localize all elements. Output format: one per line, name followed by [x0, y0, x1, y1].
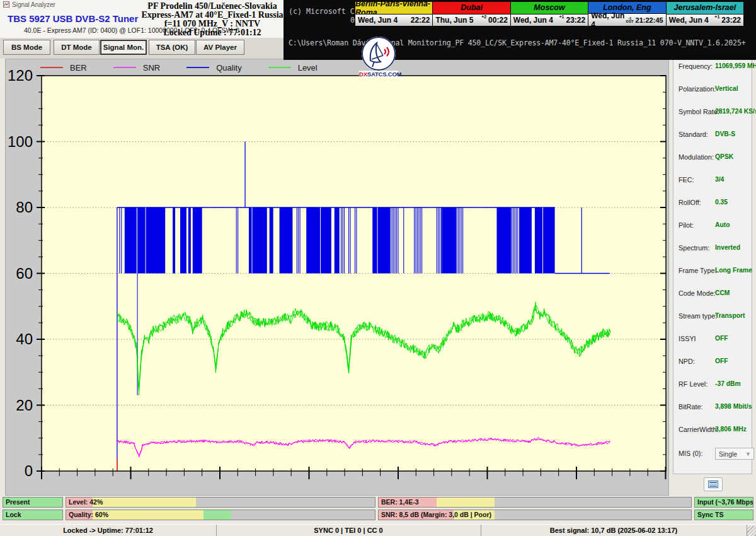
tab-signal-mon-[interactable]: Signal Mon.	[100, 40, 147, 55]
param-row: Spectrum:Inverted	[679, 244, 752, 254]
param-row: RollOff:0.35	[679, 199, 752, 209]
console-prompt-line: C:\Users\Roman Dávid>Signal Monitoring_P…	[289, 38, 745, 47]
bar-segment	[93, 498, 196, 507]
clock-berlin-paris-vienna-roma: Berlin-Paris-Vienna-RomaWed, Jun 422:22	[355, 2, 433, 26]
svg-text:80: 80	[16, 199, 33, 216]
app-icon	[3, 1, 9, 8]
param-row: RF Level:-37 dBm	[679, 380, 752, 390]
param-label: Stream type:	[679, 312, 717, 320]
clock-offset: +2	[481, 15, 486, 19]
param-row: Pilot:Auto	[679, 221, 752, 231]
bar-segment	[495, 498, 691, 507]
param-row: Frame Type:Long Frame	[679, 267, 752, 277]
param-value: Auto	[715, 221, 730, 228]
svg-text:100: 100	[8, 133, 33, 150]
clock-date: Thu, Jun 5	[435, 16, 481, 25]
param-value: 11069,959 MHz	[715, 62, 756, 69]
param-value: Vertical	[715, 85, 738, 92]
clock-london-eng: London, EngWed, Jun 4-1DST21:22:45	[588, 2, 666, 26]
dxsatcs-logo: DXSATCS.COM	[359, 37, 398, 78]
signal-chart: 020406080100120	[6, 59, 668, 495]
bar-label: Level: 42%	[69, 498, 103, 506]
chevron-down-icon: ▼	[745, 451, 751, 457]
bar-segment	[495, 510, 691, 520]
param-row: Standard:DVB-S	[679, 131, 752, 141]
mis-value: Single	[719, 450, 737, 458]
param-value: CCM	[715, 289, 730, 296]
param-row: Polarization:Vertical	[679, 85, 752, 95]
param-value: 2819,724 KS/s	[715, 108, 756, 115]
clock-time-row: Wed, Jun 422:22	[355, 15, 432, 26]
annotation-line: f=11 070 MHz_V : NNTV	[140, 20, 285, 28]
clock-time: 23:22	[566, 16, 586, 25]
legend-label-quality: Quality	[216, 63, 241, 73]
param-row: ISSYIOFF	[679, 335, 752, 345]
list-icon	[708, 481, 718, 488]
clock-date: Wed, Jun 4	[513, 16, 559, 25]
param-value: DVB-S	[715, 131, 735, 137]
tab-dt-mode[interactable]: DT Mode	[54, 40, 100, 55]
annotation-overlay: PF Prodelin 450/Lučenec-Slovakia Express…	[140, 2, 285, 37]
param-label: MIS (0):	[679, 450, 702, 457]
resize-grip[interactable]	[747, 526, 756, 536]
param-value: Long Frame	[715, 267, 752, 274]
param-label: RF Level:	[679, 380, 707, 388]
bar-label: Lock	[6, 511, 21, 518]
parameters-sidebar: Frequency:11069,959 MHzPolarization:Vert…	[673, 57, 752, 474]
legend-swatch-ber	[40, 67, 63, 68]
bar-sync-ts: Sync TS	[694, 510, 753, 520]
param-label: Polarization:	[679, 85, 716, 93]
param-value: 3,898 Mbit/s	[715, 403, 752, 410]
bar-present: Present	[3, 497, 63, 508]
clock-offset: +1	[559, 15, 564, 19]
param-row: Modulation:QPSK	[679, 153, 752, 163]
param-value: 3,806 MHz	[715, 426, 747, 433]
status-cell: Locked -> Uptime: 77:01:12	[0, 525, 217, 536]
window-title: Signal Analyzer	[12, 1, 55, 8]
param-row-mis: MIS (0):Single▼	[679, 450, 752, 460]
chart-legend: BERSNRQualityLevel	[40, 61, 344, 74]
tab-av-player[interactable]: AV Player	[196, 40, 244, 55]
param-row: CarrierWidth:3,806 MHz	[679, 426, 752, 436]
chart-panel: 020406080100120 BERSNRQualityLevel	[5, 59, 669, 496]
clock-moscow: MoscowWed, Jun 4+123:22	[511, 2, 588, 26]
tab-bs-mode[interactable]: BS Mode	[3, 40, 50, 55]
clock-time-row: Wed, Jun 4+123:22	[511, 15, 588, 26]
clock-city: Jerusalem-Israel	[667, 2, 743, 15]
mis-select[interactable]: Single▼	[715, 448, 754, 460]
signal-bars: PresentLevel: 42%BER: 1,4E-3Input (~3,76…	[0, 496, 756, 524]
bar-label: Present	[6, 498, 30, 506]
clock-date: Wed, Jun 4	[358, 16, 411, 25]
svg-text:40: 40	[16, 330, 33, 347]
param-row: FEC:3/4	[679, 176, 752, 186]
bar-segment	[203, 510, 231, 520]
bar-snr: SNR: 8,5 dB (Margin: 3,0 dB | Poor)	[378, 510, 692, 520]
clock-time: 22:22	[411, 16, 430, 25]
bar-label: Input (~3,76 Mbps)	[697, 498, 753, 506]
signal-analyzer-window: Signal Analyzer TBS 5927 USB DVB-S2 Tune…	[0, 0, 756, 536]
param-value: OFF	[715, 335, 728, 342]
param-row: BitRate:3,898 Mbit/s	[679, 403, 752, 413]
param-row: NPD:OFF	[679, 358, 752, 368]
legend-label-ber: BER	[70, 63, 87, 73]
clock-offset: +1	[714, 15, 719, 19]
param-label: Pilot:	[679, 221, 694, 229]
bar-label: BER: 1,4E-3	[381, 498, 419, 506]
param-label: Code Mode:	[679, 289, 716, 297]
clock-jerusalem-israel: Jerusalem-IsraelWed, Jun 4+123:22	[667, 2, 743, 26]
param-row: Code Mode:CCM	[679, 289, 752, 300]
clock-city: Dubai	[433, 2, 510, 15]
param-label: Modulation:	[679, 153, 714, 161]
legend-swatch-quality	[186, 67, 209, 68]
clock-time: 21:22:45	[636, 16, 663, 24]
status-cell: SYNC 0 | TEI 0 | CC 0	[216, 525, 481, 536]
legend-swatch-snr	[113, 67, 136, 68]
param-value: Inverted	[715, 244, 740, 251]
annotation-line: Express-AM7 at 40°E_Fixed-1 Russia	[140, 11, 285, 20]
clock-time: 00:22	[488, 16, 508, 25]
param-label: Standard:	[679, 131, 708, 138]
tab-tsa-ok-[interactable]: TSA (OK)	[149, 40, 195, 55]
logo-text: DXSATCS.COM	[359, 71, 398, 78]
stream-list-button[interactable]	[704, 477, 723, 491]
legend-swatch-level	[268, 67, 291, 68]
